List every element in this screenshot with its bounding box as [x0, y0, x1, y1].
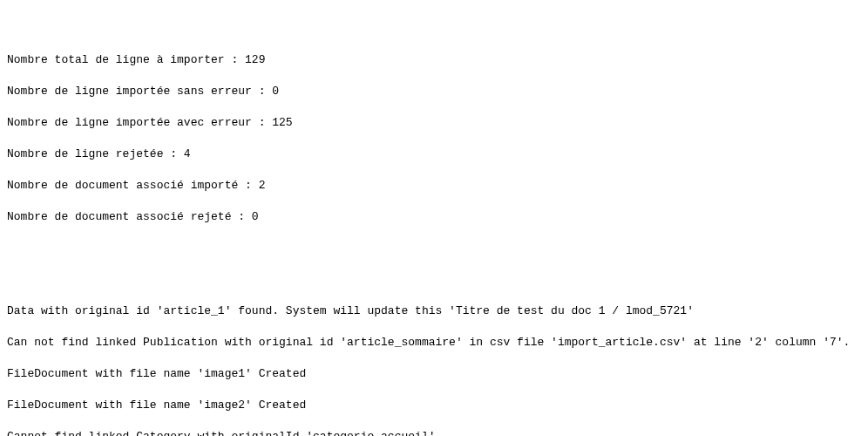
blank-line — [7, 241, 861, 256]
summary-rejected: Nombre de ligne rejetée : 4 — [7, 146, 861, 162]
summary-doc-rejected: Nombre de document associé rejeté : 0 — [7, 209, 861, 225]
blank-line — [7, 272, 861, 288]
log-line: FileDocument with file name 'image2' Cre… — [7, 398, 861, 413]
summary-total-lines: Nombre total de ligne à importer : 129 — [7, 52, 861, 68]
log-line: Data with original id 'article_1' found.… — [7, 303, 861, 319]
log-line: FileDocument with file name 'image1' Cre… — [7, 366, 861, 382]
summary-imported-no-error: Nombre de ligne importée sans erreur : 0 — [7, 84, 861, 99]
log-line: Can not find linked Publication with ori… — [7, 335, 861, 351]
summary-imported-with-error: Nombre de ligne importée avec erreur : 1… — [7, 115, 861, 131]
summary-doc-imported: Nombre de document associé importé : 2 — [7, 178, 861, 194]
log-line: Cannot find linked Category with origina… — [7, 429, 861, 436]
